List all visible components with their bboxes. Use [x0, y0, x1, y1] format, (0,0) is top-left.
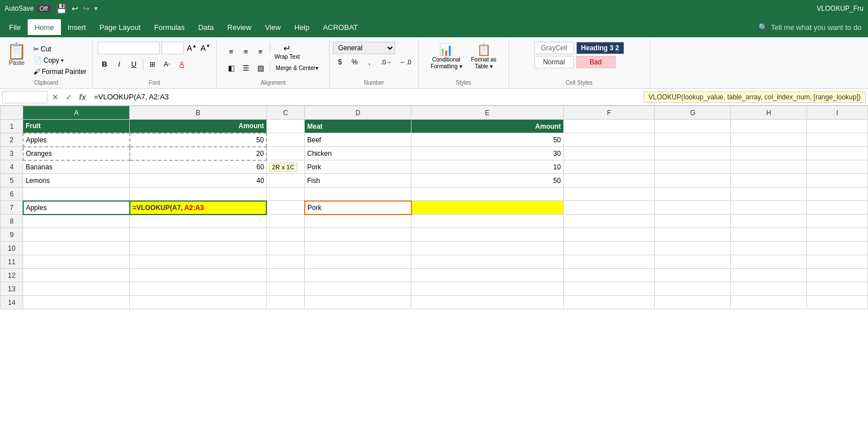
menu-review[interactable]: Review — [221, 19, 258, 35]
cell-14-8[interactable] — [807, 296, 868, 309]
cell-9-7[interactable] — [731, 228, 807, 242]
fill-color-button[interactable]: A — [160, 59, 174, 70]
cell-7-5[interactable] — [563, 201, 655, 215]
cell-1-0[interactable]: Fruit — [23, 120, 130, 133]
row-header-13[interactable]: 13 — [1, 282, 23, 296]
cell-12-7[interactable] — [731, 269, 807, 282]
cell-5-3[interactable]: Fish — [305, 174, 411, 187]
cell-7-1[interactable]: =VLOOKUP(A7, A2:A3 — [130, 201, 267, 215]
cell-11-6[interactable] — [655, 255, 731, 269]
row-header-9[interactable]: 9 — [1, 228, 23, 242]
cell-12-6[interactable] — [655, 269, 731, 282]
cell-11-1[interactable] — [130, 255, 267, 269]
cell-9-0[interactable] — [23, 228, 130, 242]
cell-2-5[interactable] — [563, 133, 655, 147]
cell-6-8[interactable] — [807, 187, 868, 201]
cell-10-0[interactable] — [23, 242, 130, 255]
cell-11-5[interactable] — [563, 255, 655, 269]
decrease-font-icon[interactable]: A▼ — [199, 42, 211, 54]
cell-7-7[interactable] — [731, 201, 807, 215]
save-icon[interactable]: 💾 — [56, 3, 67, 14]
cell-9-2[interactable] — [266, 228, 304, 242]
cell-4-6[interactable] — [655, 160, 731, 174]
undo-icon[interactable]: ↩ — [72, 4, 78, 13]
cell-6-5[interactable] — [563, 187, 655, 201]
col-header-H[interactable]: H — [731, 106, 807, 120]
cell-13-6[interactable] — [655, 282, 731, 296]
wrap-text-button[interactable]: ↵ Wrap Text — [273, 42, 303, 61]
menu-home[interactable]: Home — [28, 19, 61, 35]
menu-formulas[interactable]: Formulas — [147, 19, 191, 35]
cell-12-3[interactable] — [305, 269, 411, 282]
normal-style[interactable]: Normal — [534, 56, 574, 68]
cell-3-4[interactable]: 30 — [411, 147, 564, 160]
font-size-input[interactable]: 11 — [161, 42, 184, 54]
col-header-I[interactable]: I — [807, 106, 868, 120]
cell-11-2[interactable] — [266, 255, 304, 269]
menu-data[interactable]: Data — [191, 19, 220, 35]
cell-2-0[interactable]: Apples — [23, 133, 130, 147]
cell-10-7[interactable] — [731, 242, 807, 255]
cell-13-1[interactable] — [130, 282, 267, 296]
format-painter-button[interactable]: 🖌 Format Painter — [31, 67, 89, 77]
cell-1-5[interactable] — [563, 120, 655, 133]
cell-4-4[interactable]: 10 — [411, 160, 564, 174]
bold-button[interactable]: B — [98, 58, 111, 70]
row-header-5[interactable]: 5 — [1, 174, 23, 187]
cell-10-3[interactable] — [305, 242, 411, 255]
row-header-10[interactable]: 10 — [1, 242, 23, 255]
cell-3-8[interactable] — [807, 147, 868, 160]
cell-11-7[interactable] — [731, 255, 807, 269]
underline-button[interactable]: U — [127, 58, 141, 70]
cell-12-5[interactable] — [563, 269, 655, 282]
cell-8-6[interactable] — [655, 215, 731, 228]
cell-5-0[interactable]: Lemons — [23, 174, 130, 187]
cell-8-0[interactable] — [23, 215, 130, 228]
cell-9-4[interactable] — [411, 228, 564, 242]
cell-5-7[interactable] — [731, 174, 807, 187]
cell-3-7[interactable] — [731, 147, 807, 160]
cell-2-3[interactable]: Beef — [305, 133, 411, 147]
cell-5-8[interactable] — [807, 174, 868, 187]
cell-12-0[interactable] — [23, 269, 130, 282]
menu-acrobat[interactable]: ACROBAT — [316, 19, 365, 35]
row-header-2[interactable]: 2 — [1, 133, 23, 147]
row-header-11[interactable]: 11 — [1, 255, 23, 269]
cell-1-7[interactable] — [731, 120, 807, 133]
cell-6-4[interactable] — [411, 187, 564, 201]
paste-button[interactable]: 📋 Paste — [3, 42, 30, 68]
cell-11-4[interactable] — [411, 255, 564, 269]
cell-14-1[interactable] — [130, 296, 267, 309]
italic-button[interactable]: I — [112, 58, 126, 70]
menu-file[interactable]: File — [2, 19, 28, 35]
cell-10-4[interactable] — [411, 242, 564, 255]
menu-insert[interactable]: Insert — [61, 19, 93, 35]
cell-13-2[interactable] — [266, 282, 304, 296]
cell-13-3[interactable] — [305, 282, 411, 296]
cut-button[interactable]: ✂ Cut — [31, 44, 89, 54]
search-input[interactable] — [771, 23, 866, 32]
cancel-formula-icon[interactable]: ✕ — [50, 91, 61, 103]
cell-2-6[interactable] — [655, 133, 731, 147]
cell-6-6[interactable] — [655, 187, 731, 201]
cell-2-7[interactable] — [731, 133, 807, 147]
row-header-8[interactable]: 8 — [1, 215, 23, 228]
align-middle-button[interactable]: ≡ — [239, 42, 253, 61]
formula-input[interactable] — [90, 91, 641, 102]
align-left-button[interactable]: ◧ — [225, 62, 238, 74]
increase-decimal-button[interactable]: .0→ — [377, 56, 395, 68]
cell-10-8[interactable] — [807, 242, 868, 255]
cell-10-1[interactable] — [130, 242, 267, 255]
cell-3-5[interactable] — [563, 147, 655, 160]
cell-14-2[interactable] — [266, 296, 304, 309]
cell-13-7[interactable] — [731, 282, 807, 296]
align-center-button[interactable]: ☰ — [239, 62, 253, 74]
cell-5-1[interactable]: 40 — [130, 174, 267, 187]
cell-6-1[interactable] — [130, 187, 267, 201]
cell-7-2[interactable] — [266, 201, 304, 215]
cell-4-7[interactable] — [731, 160, 807, 174]
heading3-style[interactable]: Heading 3 2 — [576, 42, 624, 54]
row-header-14[interactable]: 14 — [1, 296, 23, 309]
col-header-A[interactable]: A — [23, 106, 130, 120]
col-header-E[interactable]: E — [411, 106, 564, 120]
